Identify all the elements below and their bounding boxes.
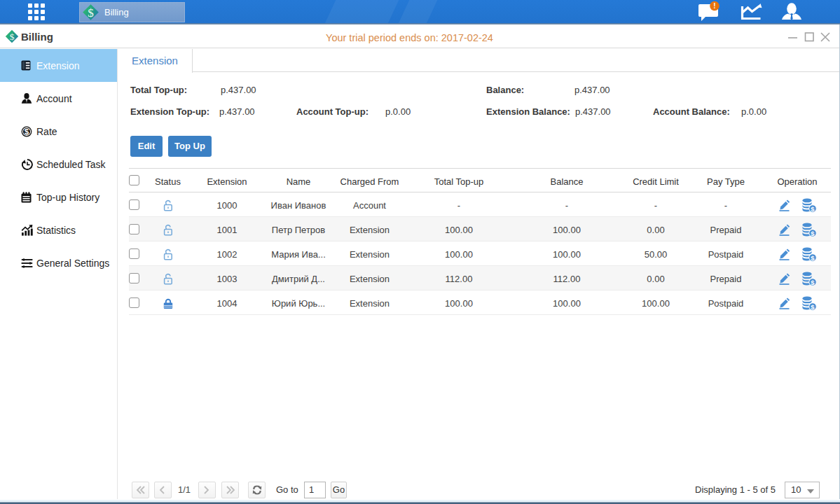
svg-text:$: $	[811, 254, 815, 262]
svg-text:$: $	[25, 127, 29, 136]
svg-text:$: $	[811, 205, 815, 213]
svg-text:$: $	[811, 230, 815, 237]
svg-text:$: $	[88, 6, 94, 20]
svg-text:$: $	[811, 303, 815, 311]
svg-text:$: $	[811, 279, 815, 286]
svg-text:!: !	[713, 2, 715, 10]
